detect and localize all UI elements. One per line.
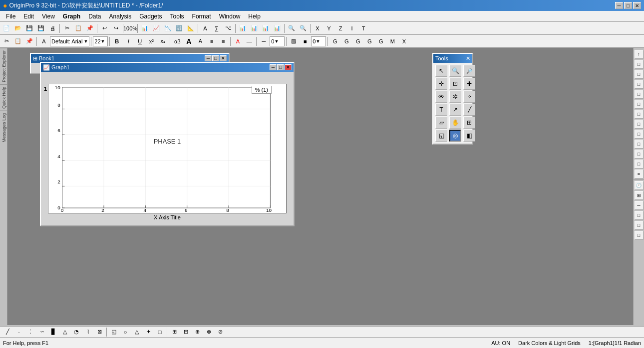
tb-zoom[interactable]: 100% — [125, 23, 136, 34]
tb-cut[interactable]: ✂ — [61, 23, 72, 34]
fmt-g6[interactable]: M — [387, 36, 398, 47]
rp-btn19[interactable]: □ — [635, 231, 644, 240]
maximize-button[interactable]: □ — [624, 2, 632, 9]
rp-btn11[interactable]: □ — [635, 150, 644, 159]
rp-btn13[interactable]: ≡ — [635, 170, 644, 178]
graph-close[interactable]: ✕ — [285, 64, 292, 70]
tb-print[interactable]: 🖨 — [47, 23, 58, 34]
menu-edit[interactable]: Edit — [19, 11, 38, 21]
tb-xyz-x[interactable]: X — [312, 23, 323, 34]
tb-open[interactable]: 📂 — [12, 23, 23, 34]
bt-f4[interactable]: ⊗ — [203, 327, 214, 338]
bt-f2[interactable]: ⊟ — [180, 327, 191, 338]
tb-paste[interactable]: 📌 — [84, 23, 95, 34]
tb-copy[interactable]: 📋 — [73, 23, 84, 34]
tool-pan[interactable]: ✋ — [449, 117, 461, 129]
tb-b5[interactable]: 📐 — [185, 23, 196, 34]
bt-e4[interactable]: ✦ — [143, 327, 154, 338]
bt-e1[interactable]: ◱ — [108, 327, 119, 338]
book-minimize[interactable]: ─ — [205, 55, 212, 61]
rp-btn2[interactable]: □ — [635, 60, 644, 69]
bt-f3[interactable]: ⊕ — [192, 327, 203, 338]
tb-text-tool[interactable]: T — [358, 23, 369, 34]
bt-stock[interactable]: ⌇ — [82, 327, 93, 338]
book-close[interactable]: ✕ — [220, 55, 227, 61]
menu-window[interactable]: Window — [215, 11, 245, 21]
fmt-underline[interactable]: U — [134, 36, 145, 47]
tb-d3[interactable]: 📊 — [260, 23, 271, 34]
tool-grid[interactable]: ⊞ — [463, 117, 475, 129]
tool-zoom-in[interactable]: 🔍 — [449, 65, 461, 77]
tb-undo[interactable]: ↩ — [99, 23, 110, 34]
fmt-copy[interactable]: 📋 — [12, 36, 23, 47]
font-size-selector[interactable]: 22 ▼ — [93, 36, 108, 46]
fmt-subscript[interactable]: x₂ — [157, 36, 168, 47]
rp-btn15[interactable]: ⊞ — [635, 191, 644, 200]
bt-e2[interactable]: ○ — [120, 327, 131, 338]
tool-line[interactable]: ╱ — [463, 104, 475, 116]
tb-b2[interactable]: 📈 — [151, 23, 162, 34]
line-width-selector[interactable]: 0 ▼ — [270, 36, 285, 46]
tb-xyz-i[interactable]: I — [346, 23, 357, 34]
fmt-color-fill[interactable]: A — [232, 36, 243, 47]
menu-gadgets[interactable]: Gadgets — [135, 11, 166, 21]
sidebar-item-messages[interactable]: Messages Log — [0, 111, 7, 145]
tb-b3[interactable]: 📉 — [162, 23, 173, 34]
bt-pie[interactable]: ◔ — [71, 327, 82, 338]
sidebar-item-quickhelp[interactable]: Quick Help — [0, 84, 7, 111]
fmt-align-c[interactable]: ≡ — [218, 36, 229, 47]
rp-btn9[interactable]: □ — [635, 130, 644, 139]
rp-btn18[interactable]: □ — [635, 221, 644, 230]
fmt-g7[interactable]: X — [398, 36, 409, 47]
tool-scatter[interactable]: ✲ — [449, 91, 461, 103]
fmt-g5[interactable]: G — [375, 36, 386, 47]
bt-dot[interactable]: · — [13, 327, 24, 338]
tool-region[interactable]: ◱ — [435, 130, 447, 142]
bt-e3[interactable]: △ — [131, 327, 142, 338]
tb-b4[interactable]: 🔢 — [174, 23, 185, 34]
rp-btn16[interactable]: ─ — [635, 201, 644, 210]
fmt-g2[interactable]: G — [341, 36, 352, 47]
tb-b1[interactable]: 📊 — [139, 23, 150, 34]
fmt-greek[interactable]: αβ — [172, 36, 183, 47]
tools-close-btn[interactable]: ✕ — [466, 55, 470, 62]
fmt-paste[interactable]: 📌 — [24, 36, 35, 47]
tb-xyz-y[interactable]: Y — [323, 23, 334, 34]
graph-maximize[interactable]: □ — [277, 64, 284, 70]
graph-title-bar[interactable]: 📈 Graph1 ─ □ ✕ — [41, 63, 294, 72]
rp-btn4[interactable]: □ — [635, 80, 644, 89]
sidebar-item-project[interactable]: Project Explorer — [0, 48, 7, 84]
graph-minimize[interactable]: ─ — [270, 64, 277, 70]
menu-help[interactable]: Help — [244, 11, 265, 21]
menu-graph[interactable]: Graph — [59, 11, 84, 21]
fmt-bold[interactable]: B — [111, 36, 122, 47]
book-maximize[interactable]: □ — [212, 55, 219, 61]
tb-d1[interactable]: 📊 — [237, 23, 248, 34]
fmt-size-down[interactable]: A — [195, 36, 206, 47]
rp-btn17[interactable]: □ — [635, 211, 644, 220]
bt-e5[interactable]: □ — [154, 327, 165, 338]
tool-arrow[interactable]: ↗ — [449, 104, 461, 116]
rp-btn12[interactable]: □ — [635, 160, 644, 169]
tool-copy-region[interactable]: ◧ — [463, 130, 475, 142]
fmt-cut[interactable]: ✂ — [1, 36, 12, 47]
fill-size-selector[interactable]: 0 ▼ — [311, 36, 326, 46]
fmt-align-l[interactable]: ≡ — [206, 36, 217, 47]
tb-save-all[interactable]: 💾 — [35, 23, 46, 34]
rp-btn10[interactable]: □ — [635, 140, 644, 149]
rp-btn14[interactable]: 🕐 — [635, 181, 644, 190]
menu-file[interactable]: File — [2, 11, 19, 21]
menu-data[interactable]: Data — [84, 11, 105, 21]
bt-box[interactable]: ⊠ — [94, 327, 105, 338]
menu-analysis[interactable]: Analysis — [105, 11, 136, 21]
bt-bar[interactable]: ▊ — [48, 327, 59, 338]
tool-cross[interactable]: ✛ — [435, 78, 447, 90]
tool-circle[interactable]: ◎ — [449, 130, 461, 142]
fmt-g1[interactable]: G — [329, 36, 340, 47]
rp-btn5[interactable]: □ — [635, 90, 644, 99]
fmt-font-icon[interactable]: A — [38, 36, 49, 47]
tool-scale-out[interactable]: ✚ — [463, 78, 475, 90]
tb-xyz-z[interactable]: Z — [335, 23, 346, 34]
fmt-fill-color[interactable]: ■ — [300, 36, 311, 47]
tool-eye[interactable]: 👁 — [435, 91, 447, 103]
